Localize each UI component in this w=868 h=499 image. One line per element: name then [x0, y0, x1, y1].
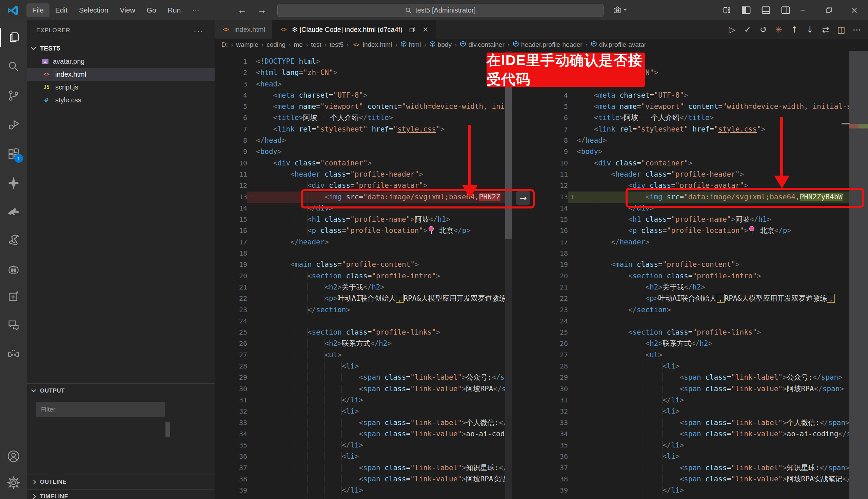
menu-go[interactable]: Go — [141, 3, 162, 17]
code-line[interactable]: 16 <p class="profile-location"> 北京</p> — [215, 225, 514, 236]
code-line[interactable]: 15 <h1 class="profile-name">阿坡</h1> — [529, 214, 868, 225]
run-debug-icon[interactable] — [0, 115, 27, 134]
code-line[interactable]: 29 <span class="link-label">公众号:</span> — [215, 372, 514, 383]
code-line[interactable]: 10 <div class="container"> — [529, 158, 868, 169]
code-line[interactable]: 36 <li> — [215, 451, 514, 462]
diff-overview-ruler[interactable] — [849, 51, 868, 499]
output-filter-input[interactable] — [36, 402, 165, 417]
code-line[interactable]: 11 <header class="profile-header"> — [529, 169, 868, 180]
code-line[interactable]: 32 <li> — [529, 406, 868, 417]
code-line[interactable]: 39 </li> — [215, 485, 514, 496]
code-line[interactable]: 20 <section class="profile-intro"> — [215, 270, 514, 282]
check-icon[interactable]: ✓ — [740, 22, 756, 37]
lab-flask-icon[interactable] — [0, 231, 27, 250]
code-line[interactable]: 22 <p>叶动AI联合创始人，RPA&大模型应用开发双赛道教练 — [215, 293, 514, 304]
code-line[interactable]: 38 <span class="link-value">阿坡RPA实战笔记</s… — [529, 474, 868, 485]
code-line[interactable]: 3<head> — [215, 78, 514, 90]
code-line[interactable]: 32 <li> — [215, 406, 514, 417]
code-line[interactable]: 20 <section class="profile-intro"> — [529, 270, 868, 282]
customize-layout-icon[interactable] — [722, 5, 732, 15]
code-line[interactable]: 23 </section> — [215, 304, 514, 316]
code-line[interactable]: 33 <span class="link-label">个人微信:</span> — [215, 417, 514, 428]
left-pane-scrollbar[interactable] — [505, 51, 512, 499]
code-line[interactable]: 16 <p class="profile-location"> 北京</p> — [529, 225, 868, 236]
claude-asterisk-icon[interactable]: ✳ — [771, 22, 787, 37]
code-line[interactable]: 1<!DOCTYPE html> — [215, 56, 514, 67]
code-line[interactable]: 19 <main class="profile-content"> — [529, 259, 868, 270]
breadcrumb-file[interactable]: index.html — [352, 41, 392, 48]
tab-index-html[interactable]: index.html — [215, 20, 272, 39]
swap-icon[interactable]: ⇄ — [818, 22, 833, 37]
close-tab-icon[interactable] — [422, 26, 429, 33]
code-line[interactable]: 4 <meta charset="UTF-8"> — [215, 90, 514, 101]
breadcrumb-item[interactable]: test5 — [330, 41, 343, 48]
run-icon[interactable]: ▷ — [724, 22, 740, 37]
breadcrumb-symbol[interactable]: header.profile-header — [513, 41, 583, 49]
breadcrumb-symbol[interactable]: body — [429, 41, 452, 49]
code-line[interactable]: 23 </section> — [529, 304, 868, 316]
code-line[interactable]: 27 <ul> — [529, 350, 868, 361]
code-line[interactable]: 6 <title>阿坡 - 个人介绍</title> — [529, 112, 868, 123]
copilot-menu[interactable] — [612, 5, 626, 15]
breadcrumb-item[interactable]: test — [311, 41, 321, 48]
code-line[interactable]: 15 <h1 class="profile-name">阿坡</h1> — [215, 214, 514, 225]
tab-claude-code-index-html[interactable]: ✻ [Claude Code] index.html (d7ca4f) — [272, 20, 436, 39]
code-line[interactable]: 26 <h2>联系方式</h2> — [215, 338, 514, 349]
toggle-panel-icon[interactable] — [761, 5, 771, 15]
code-line[interactable]: 30 <span class="link-value">阿坡RPA</span> — [529, 384, 868, 394]
toggle-sidebar-icon[interactable] — [741, 5, 751, 15]
code-line[interactable]: 31 </li> — [529, 394, 868, 406]
accounts-icon[interactable] — [0, 447, 27, 466]
code-line[interactable]: 34 <span class="link-value">ao-ai-coding… — [529, 428, 868, 440]
breadcrumb-symbol[interactable]: html — [401, 41, 421, 49]
menu-file[interactable]: File — [26, 3, 49, 17]
code-line[interactable]: 39 </li> — [529, 485, 868, 496]
menu-[interactable]: ··· — [186, 3, 205, 17]
claude-sparkle-icon[interactable] — [0, 173, 27, 193]
source-control-icon[interactable] — [0, 86, 27, 105]
explorer-icon[interactable] — [0, 28, 27, 47]
command-center-search[interactable]: test5 [Administrator] — [277, 4, 603, 17]
explorer-more-actions-icon[interactable]: ··· — [194, 26, 204, 36]
menu-selection[interactable]: Selection — [73, 3, 114, 17]
code-line[interactable]: 31 </li> — [215, 394, 514, 406]
search-sidebar-icon[interactable] — [0, 57, 27, 76]
code-line[interactable]: 4 <meta charset="UTF-8"> — [529, 90, 868, 101]
code-line[interactable]: 27 <ul> — [215, 350, 514, 361]
code-line[interactable]: 18 — [215, 248, 514, 259]
revert-change-button[interactable]: → — [516, 191, 530, 205]
code-line[interactable]: 22 <p>叶动AI联合创始人，RPA&大模型应用开发双赛道教练， — [529, 293, 868, 304]
code-line[interactable]: 5 <meta name="viewport" content="width=d… — [215, 101, 514, 112]
menu-view[interactable]: View — [114, 3, 141, 17]
discard-icon[interactable]: ↺ — [756, 22, 771, 37]
code-line[interactable]: 29 <span class="link-label">公众号:</span> — [529, 372, 868, 383]
file-item-script-js[interactable]: script.js — [27, 81, 215, 94]
code-line[interactable]: 5 <meta name="viewport" content="width=d… — [529, 101, 868, 112]
menu-run[interactable]: Run — [162, 3, 187, 17]
code-line[interactable]: 18 — [529, 248, 868, 259]
arrow-up-icon[interactable]: ↑ — [787, 22, 802, 37]
code-line[interactable]: 35 </li> — [529, 440, 868, 451]
open-changes-icon[interactable] — [408, 26, 416, 33]
code-line[interactable]: 17 </header> — [215, 236, 514, 248]
code-line[interactable]: 7 <link rel="stylesheet" href="style.css… — [529, 124, 868, 135]
code-line[interactable]: 8</head> — [529, 135, 868, 146]
minimize-button[interactable] — [790, 0, 816, 20]
outline-panel-header[interactable]: OUTLINE — [27, 475, 215, 489]
code-line[interactable]: 30 <span class="link-value">阿坡RPA</span> — [215, 384, 514, 394]
restore-button[interactable] — [816, 0, 842, 20]
breadcrumb-item[interactable]: me — [294, 41, 303, 48]
code-line[interactable]: 17 </header> — [529, 236, 868, 248]
output-panel-header[interactable]: OUTPUT — [27, 384, 215, 398]
nav-forward-button[interactable]: → — [257, 5, 267, 16]
code-line[interactable]: 34 <span class="link-value">ao-ai-coding… — [215, 428, 514, 440]
file-item-avatar-png[interactable]: avatar.png — [27, 55, 215, 68]
code-line[interactable]: 2<html lang="zh-CN"> — [215, 67, 514, 78]
settings-gear-icon[interactable] — [0, 473, 27, 492]
code-line[interactable]: 40 </ul> — [529, 496, 868, 499]
code-line[interactable]: 25 <section class="profile-links"> — [215, 327, 514, 338]
robot-icon[interactable] — [0, 260, 27, 279]
code-line[interactable]: 21 <h2>关于我</h2> — [215, 282, 514, 293]
split-editor-icon[interactable]: ◫ — [833, 22, 849, 37]
workspace-folder-test5[interactable]: TEST5 — [27, 42, 215, 55]
